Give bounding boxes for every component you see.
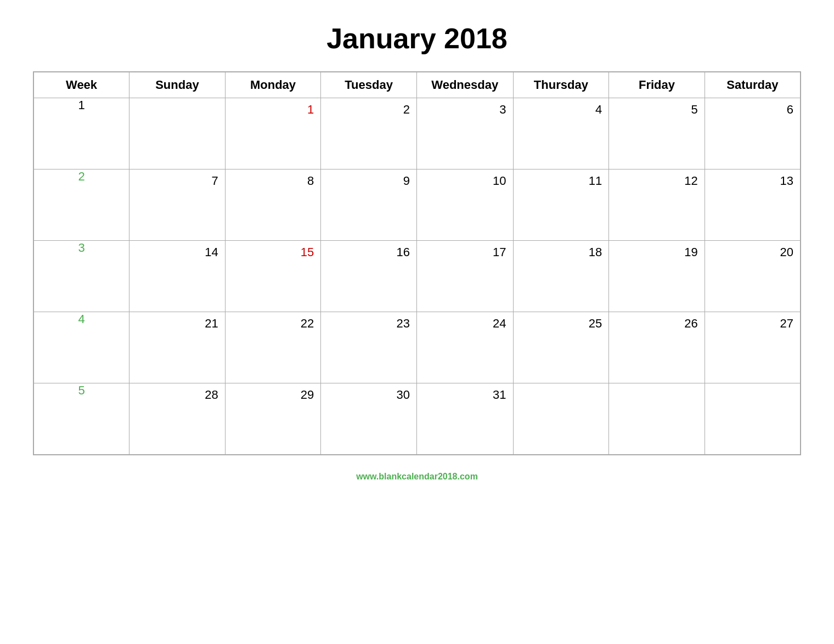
day-number: 20 [705, 241, 800, 259]
day-number: 26 [609, 312, 705, 331]
day-cell: 5 [609, 98, 705, 170]
day-cell: 28 [129, 383, 226, 455]
day-number: 23 [321, 312, 416, 331]
day-number: 29 [226, 383, 321, 402]
footer-url: www.blankcalendar2018.com [356, 472, 478, 481]
calendar-row: 1123456 [33, 98, 801, 170]
header-saturday: Saturday [705, 72, 801, 98]
day-cell: 7 [129, 170, 226, 241]
day-cell: 15 [225, 241, 321, 312]
calendar-title: January 2018 [326, 22, 508, 55]
week-number: 4 [78, 312, 84, 326]
day-cell: 11 [513, 170, 609, 241]
day-number: 18 [514, 241, 609, 259]
day-number: 15 [226, 241, 321, 259]
header-monday: Monday [225, 72, 321, 98]
day-cell: 4 [513, 98, 609, 170]
day-number: 12 [609, 170, 705, 188]
day-cell [513, 383, 609, 455]
day-cell: 9 [321, 170, 417, 241]
header-friday: Friday [609, 72, 705, 98]
day-cell: 27 [705, 312, 801, 383]
week-number: 5 [78, 383, 84, 397]
calendar-table: Week Sunday Monday Tuesday Wednesday Thu… [33, 71, 801, 455]
day-number: 31 [417, 383, 513, 402]
week-number-cell: 3 [33, 241, 129, 312]
day-cell: 25 [513, 312, 609, 383]
day-cell: 3 [416, 98, 513, 170]
day-number: 25 [514, 312, 609, 331]
day-number: 13 [705, 170, 800, 188]
day-number: 7 [129, 170, 225, 188]
header-row: Week Sunday Monday Tuesday Wednesday Thu… [33, 72, 801, 98]
week-number: 1 [78, 98, 84, 112]
day-cell: 23 [321, 312, 417, 383]
day-number: 2 [321, 98, 416, 117]
footer: www.blankcalendar2018.com [356, 472, 478, 482]
day-cell: 13 [705, 170, 801, 241]
day-cell: 26 [609, 312, 705, 383]
day-cell: 31 [416, 383, 513, 455]
day-cell: 18 [513, 241, 609, 312]
calendar-row: 528293031 [33, 383, 801, 455]
day-cell: 16 [321, 241, 417, 312]
day-number: 24 [417, 312, 513, 331]
day-number: 4 [514, 98, 609, 117]
day-number: 9 [321, 170, 416, 188]
day-cell: 29 [225, 383, 321, 455]
day-cell: 30 [321, 383, 417, 455]
header-week: Week [33, 72, 129, 98]
day-number: 30 [321, 383, 416, 402]
day-number: 17 [417, 241, 513, 259]
day-cell: 8 [225, 170, 321, 241]
day-number: 22 [226, 312, 321, 331]
day-cell: 19 [609, 241, 705, 312]
day-number: 10 [417, 170, 513, 188]
day-cell [609, 383, 705, 455]
calendar-row: 421222324252627 [33, 312, 801, 383]
day-number: 19 [609, 241, 705, 259]
day-cell: 21 [129, 312, 226, 383]
calendar-row: 278910111213 [33, 170, 801, 241]
week-number-cell: 2 [33, 170, 129, 241]
day-number: 14 [129, 241, 225, 259]
day-cell: 10 [416, 170, 513, 241]
day-cell: 1 [225, 98, 321, 170]
week-number-cell: 4 [33, 312, 129, 383]
day-cell: 14 [129, 241, 226, 312]
header-wednesday: Wednesday [416, 72, 513, 98]
day-number: 3 [417, 98, 513, 117]
day-cell: 2 [321, 98, 417, 170]
week-number: 3 [78, 241, 84, 255]
day-cell: 6 [705, 98, 801, 170]
day-number: 27 [705, 312, 800, 331]
week-number-cell: 1 [33, 98, 129, 170]
day-cell: 22 [225, 312, 321, 383]
day-number: 5 [609, 98, 705, 117]
day-cell: 24 [416, 312, 513, 383]
day-cell: 12 [609, 170, 705, 241]
day-number: 16 [321, 241, 416, 259]
header-thursday: Thursday [513, 72, 609, 98]
day-number: 1 [226, 98, 321, 117]
header-tuesday: Tuesday [321, 72, 417, 98]
week-number: 2 [78, 170, 84, 183]
week-number-cell: 5 [33, 383, 129, 455]
day-number: 6 [705, 98, 800, 117]
day-cell [129, 98, 226, 170]
day-cell: 17 [416, 241, 513, 312]
day-number: 28 [129, 383, 225, 402]
day-cell: 20 [705, 241, 801, 312]
header-sunday: Sunday [129, 72, 226, 98]
day-number: 8 [226, 170, 321, 188]
day-number: 21 [129, 312, 225, 331]
day-cell [705, 383, 801, 455]
calendar-row: 314151617181920 [33, 241, 801, 312]
day-number: 11 [514, 170, 609, 188]
